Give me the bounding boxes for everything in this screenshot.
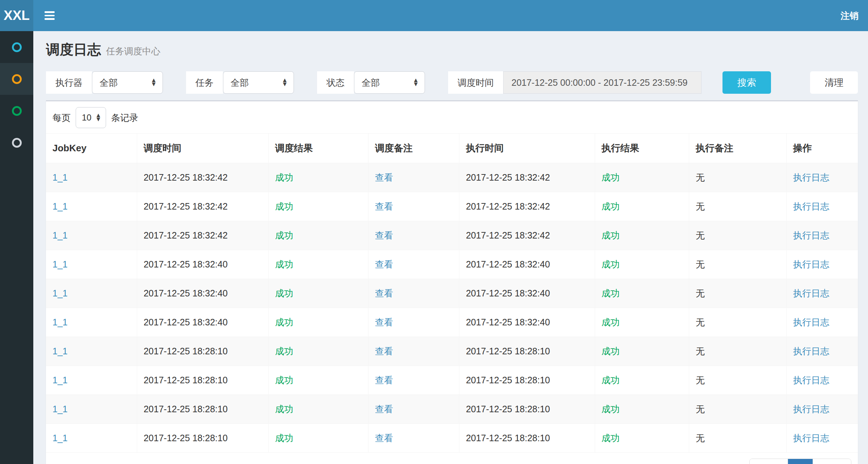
exec-remark: 无 [689,366,786,395]
view-remark-link[interactable]: 查看 [375,259,393,269]
view-remark-link-cell: 查看 [368,395,459,424]
dispatch-result: 成功 [269,308,368,337]
job-select[interactable]: 全部 ▲▼ [223,71,294,94]
exec-remark: 无 [689,163,786,192]
dispatch-result: 成功 [269,250,368,279]
jobkey-link-cell: 1_1 [46,308,137,337]
view-remark-link[interactable]: 查看 [375,375,393,385]
exec-time: 2017-12-25 18:32:40 [459,279,595,308]
exec-remark: 无 [689,250,786,279]
jobkey-link-cell: 1_1 [46,424,137,453]
view-remark-link-cell: 查看 [368,279,459,308]
sidebar-item-3[interactable] [0,95,33,127]
view-remark-link-cell: 查看 [368,366,459,395]
dispatch-time: 2017-12-25 18:32:40 [137,279,268,308]
jobkey-link-cell: 1_1 [46,337,137,366]
exec-result: 成功 [595,221,689,250]
page-size-select[interactable]: 10 ▲▼ [76,107,106,128]
status-select[interactable]: 全部 ▲▼ [354,71,425,94]
exec-remark: 无 [689,424,786,453]
next-page-button[interactable]: 下页 [813,459,851,464]
jobkey-link[interactable]: 1_1 [52,201,68,211]
exec-log-link[interactable]: 执行日志 [793,259,829,269]
exec-log-link[interactable]: 执行日志 [793,404,829,414]
exec-time: 2017-12-25 18:28:10 [459,424,595,453]
exec-time: 2017-12-25 18:32:40 [459,308,595,337]
view-remark-link[interactable]: 查看 [375,404,393,414]
sidebar-menu [0,31,33,464]
previous-page-button[interactable]: 上页 [750,459,788,464]
exec-remark: 无 [689,192,786,221]
job-select-value: 全部 [231,77,282,89]
sidebar-item-4[interactable] [0,127,33,159]
page-size-value: 10 [82,113,92,123]
exec-remark: 无 [689,395,786,424]
jobkey-link[interactable]: 1_1 [52,172,68,182]
page-size-row: 每页 10 ▲▼ 条记录 [46,101,858,133]
exec-log-link[interactable]: 执行日志 [793,346,829,356]
exec-log-link[interactable]: 执行日志 [793,288,829,298]
sidebar-item-1[interactable] [0,31,33,63]
jobkey-link-cell: 1_1 [46,163,137,192]
status-filter-group: 状态 全部 ▲▼ [317,71,425,94]
app-logo[interactable]: XXL [0,0,33,31]
view-remark-link[interactable]: 查看 [375,230,393,240]
log-table: JobKey 调度时间 调度结果 调度备注 执行时间 执行结果 执行备注 操作 … [46,133,858,453]
view-remark-link[interactable]: 查看 [375,201,393,211]
circle-outline-icon [12,106,22,116]
job-filter-group: 任务 全部 ▲▼ [186,71,294,94]
view-remark-link[interactable]: 查看 [375,288,393,298]
view-remark-link[interactable]: 查看 [375,433,393,443]
exec-log-link[interactable]: 执行日志 [793,375,829,385]
view-remark-link-cell: 查看 [368,337,459,366]
jobkey-link[interactable]: 1_1 [52,259,68,269]
view-remark-link[interactable]: 查看 [375,172,393,182]
exec-log-link[interactable]: 执行日志 [793,230,829,240]
jobkey-link[interactable]: 1_1 [52,288,68,298]
content-header: 调度日志任务调度中心 [46,31,858,62]
page-1-button[interactable]: 1 [788,459,813,464]
exec-log-link[interactable]: 执行日志 [793,433,829,443]
jobkey-link[interactable]: 1_1 [52,375,68,385]
exec-log-link[interactable]: 执行日志 [793,172,829,182]
view-remark-link[interactable]: 查看 [375,317,393,327]
executor-select[interactable]: 全部 ▲▼ [92,71,163,94]
schedule-time-input[interactable] [503,71,701,94]
hamburger-icon [45,11,55,13]
view-remark-link[interactable]: 查看 [375,346,393,356]
logout-link[interactable]: 注销 [831,0,868,31]
exec-log-link[interactable]: 执行日志 [793,201,829,211]
jobkey-link[interactable]: 1_1 [52,317,68,327]
clear-button[interactable]: 清理 [810,71,858,94]
job-filter-label: 任务 [186,71,223,94]
exec-log-link[interactable]: 执行日志 [793,317,829,327]
dispatch-time: 2017-12-25 18:32:42 [137,163,268,192]
jobkey-link[interactable]: 1_1 [52,404,68,414]
executor-select-value: 全部 [100,77,151,89]
dispatch-time: 2017-12-25 18:32:40 [137,308,268,337]
exec-time: 2017-12-25 18:32:42 [459,163,595,192]
jobkey-link[interactable]: 1_1 [52,230,68,240]
jobkey-link-cell: 1_1 [46,366,137,395]
search-button[interactable]: 搜索 [722,71,771,94]
dispatch-result: 成功 [269,424,368,453]
page-size-prefix-label: 每页 [52,112,71,124]
table-row: 1_12017-12-25 18:32:40成功查看2017-12-25 18:… [46,279,858,308]
table-row: 1_12017-12-25 18:32:42成功查看2017-12-25 18:… [46,163,858,192]
page-title: 调度日志 [46,42,101,57]
sidebar-item-2[interactable] [0,63,33,95]
status-select-value: 全部 [362,77,413,89]
jobkey-link[interactable]: 1_1 [52,346,68,356]
table-footer: 第 1 页 ( 总共 1 页，10 条记录 ) 上页 1 下页 [46,453,858,464]
exec-remark: 无 [689,308,786,337]
jobkey-link-cell: 1_1 [46,279,137,308]
circle-outline-icon [12,138,22,148]
view-remark-link-cell: 查看 [368,221,459,250]
jobkey-link[interactable]: 1_1 [52,433,68,443]
page-subtitle: 任务调度中心 [106,46,160,56]
view-remark-link-cell: 查看 [368,250,459,279]
log-table-body: 1_12017-12-25 18:32:42成功查看2017-12-25 18:… [46,163,858,453]
dispatch-time: 2017-12-25 18:32:42 [137,192,268,221]
dispatch-time: 2017-12-25 18:28:10 [137,366,268,395]
sidebar-toggle-button[interactable] [33,0,66,31]
